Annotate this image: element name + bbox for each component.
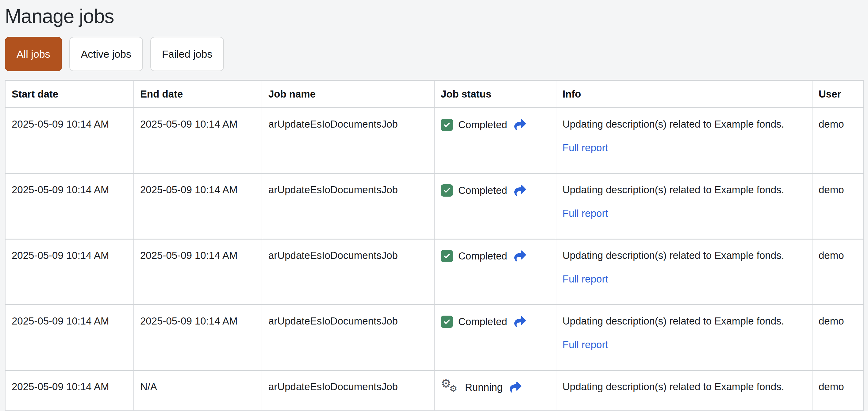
status-label: Completed [458, 314, 507, 329]
cell-end-date: N/A [134, 371, 262, 411]
job-filter-group: All jobs Active jobs Failed jobs [5, 37, 863, 71]
cell-job-status: Completed [434, 239, 556, 305]
cell-job-status: ⚙⚙ Running [434, 371, 556, 411]
column-header-job-status: Job status [434, 81, 556, 108]
cell-user: demo [812, 239, 863, 305]
cell-job-status: Completed [434, 305, 556, 371]
cell-end-date: 2025-05-09 10:14 AM [134, 173, 262, 239]
table-row: 2025-05-09 10:14 AM 2025-05-09 10:14 AM … [5, 173, 863, 239]
cell-info: Updating description(s) related to Examp… [556, 108, 812, 173]
filter-active-jobs-button[interactable]: Active jobs [69, 37, 143, 71]
full-report-link[interactable]: Full report [562, 208, 608, 219]
cell-job-name: arUpdateEsIoDocumentsJob [262, 239, 434, 305]
cell-user: demo [812, 173, 863, 239]
table-row: 2025-05-09 10:14 AM N/A arUpdateEsIoDocu… [5, 371, 863, 411]
filter-all-jobs-button[interactable]: All jobs [5, 37, 62, 71]
table-row: 2025-05-09 10:14 AM 2025-05-09 10:14 AM … [5, 108, 863, 173]
status-indicator: Completed [441, 248, 550, 264]
column-header-info: Info [556, 81, 812, 108]
info-text: Updating description(s) related to Examp… [562, 379, 796, 394]
share-icon[interactable] [514, 185, 527, 196]
status-label: Completed [458, 248, 507, 264]
cell-user: demo [812, 108, 863, 173]
column-header-end-date: End date [134, 81, 262, 108]
info-text: Updating description(s) related to Examp… [562, 313, 796, 329]
cell-job-status: Completed [434, 108, 556, 173]
cell-info: Updating description(s) related to Examp… [556, 305, 812, 371]
info-text: Updating description(s) related to Examp… [562, 116, 796, 132]
share-icon[interactable] [514, 119, 527, 131]
column-header-user: User [812, 81, 863, 108]
manage-jobs-page: Manage jobs All jobs Active jobs Failed … [0, 0, 868, 411]
table-row: 2025-05-09 10:14 AM 2025-05-09 10:14 AM … [5, 305, 863, 371]
table-row: 2025-05-09 10:14 AM 2025-05-09 10:14 AM … [5, 239, 863, 305]
status-indicator: ⚙⚙ Running [441, 379, 550, 395]
full-report-link[interactable]: Full report [562, 273, 608, 285]
cell-start-date: 2025-05-09 10:14 AM [5, 371, 134, 411]
cell-job-name: arUpdateEsIoDocumentsJob [262, 173, 434, 239]
cell-end-date: 2025-05-09 10:14 AM [134, 108, 262, 173]
gears-icon: ⚙⚙ [441, 380, 460, 394]
cell-user: demo [812, 305, 863, 371]
status-label: Completed [458, 183, 507, 198]
cell-start-date: 2025-05-09 10:14 AM [5, 108, 134, 173]
status-indicator: Completed [441, 117, 550, 132]
cell-user: demo [812, 371, 863, 411]
filter-failed-jobs-button[interactable]: Failed jobs [150, 37, 224, 71]
cell-job-name: arUpdateEsIoDocumentsJob [262, 305, 434, 371]
column-header-job-name: Job name [262, 81, 434, 108]
column-header-start-date: Start date [5, 81, 134, 108]
status-label: Running [465, 379, 503, 395]
share-icon[interactable] [509, 382, 522, 393]
cell-info: Updating description(s) related to Examp… [556, 239, 812, 305]
cell-job-name: arUpdateEsIoDocumentsJob [262, 108, 434, 173]
share-icon[interactable] [514, 250, 527, 262]
cell-end-date: 2025-05-09 10:14 AM [134, 239, 262, 305]
status-label: Completed [458, 117, 507, 132]
cell-info: Updating description(s) related to Examp… [556, 371, 812, 411]
full-report-link[interactable]: Full report [562, 142, 608, 153]
cell-start-date: 2025-05-09 10:14 AM [5, 305, 134, 371]
cell-info: Updating description(s) related to Examp… [556, 173, 812, 239]
info-text: Updating description(s) related to Examp… [562, 182, 796, 197]
share-icon[interactable] [514, 316, 527, 327]
check-icon [441, 316, 453, 328]
cell-job-status: Completed [434, 173, 556, 239]
status-indicator: Completed [441, 314, 550, 329]
full-report-link[interactable]: Full report [562, 339, 608, 350]
table-header-row: Start date End date Job name Job status … [5, 81, 863, 108]
page-title: Manage jobs [5, 5, 863, 28]
check-icon [441, 184, 453, 197]
cell-start-date: 2025-05-09 10:14 AM [5, 239, 134, 305]
cell-job-name: arUpdateEsIoDocumentsJob [262, 371, 434, 411]
jobs-table: Start date End date Job name Job status … [5, 80, 864, 411]
cell-start-date: 2025-05-09 10:14 AM [5, 173, 134, 239]
info-text: Updating description(s) related to Examp… [562, 248, 796, 263]
check-icon [441, 250, 453, 262]
status-indicator: Completed [441, 183, 550, 198]
cell-end-date: 2025-05-09 10:14 AM [134, 305, 262, 371]
check-icon [441, 119, 453, 131]
